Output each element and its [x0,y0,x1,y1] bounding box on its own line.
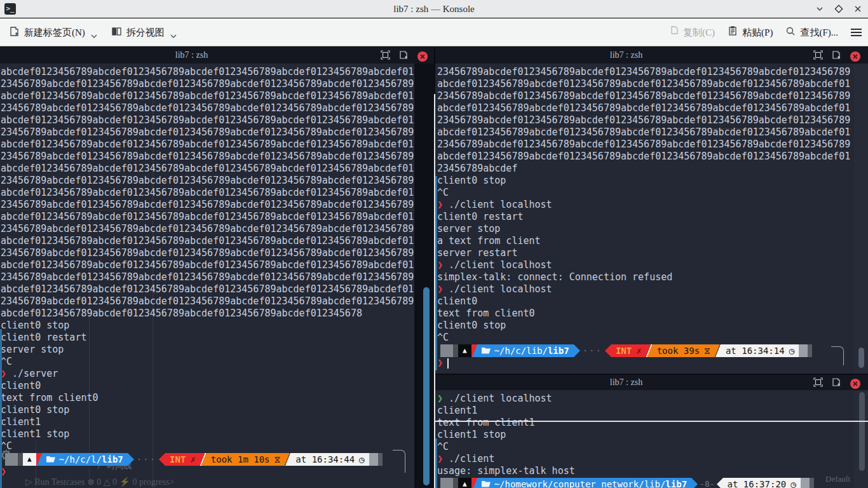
right-top-scrollbar[interactable] [858,348,864,368]
clock-icon: ◷ [359,453,364,466]
terminal-output[interactable]: 23456789abcdef0123456789abcdef0123456789… [437,66,853,344]
error-x-icon: ✗ [636,344,641,357]
terminal-line: ❯ ./client localhost [437,283,853,295]
find-label: 查找(F)... [800,27,838,39]
segment-separator [471,344,477,357]
terminal-line: abcdef0123456789abcdef0123456789abcdef01… [1,259,415,271]
time-segment: at 16:34:14◷ [721,344,799,357]
prompt-dots: ··· [134,453,159,466]
prompt-start-block [5,453,18,466]
minimize-button[interactable] [815,4,825,14]
scrollbar-track[interactable] [854,64,868,374]
maximize-button[interactable] [834,4,844,14]
bleed-text: -8- [698,478,716,488]
terminal-line: abcdef0123456789abcdef0123456789abcdef01… [1,211,415,223]
copy-icon [668,26,679,39]
expand-pane-icon[interactable] [381,50,390,62]
split-view-button[interactable]: 拆分视图 [111,24,177,41]
pane-title: lib7 : zsh [0,47,383,64]
prompt-char: ❯ [437,199,443,210]
cwd-segment: ~/homework/conputer_network/lib/lib7 [477,478,691,488]
paste-label: 粘贴(P) [742,27,773,39]
folder-icon [46,453,55,466]
clock-icon: ◷ [789,344,794,357]
powerline-prompt: ▲~/h/c/l/lib7···INT✗took 1m 10s⧖at 16:34… [5,453,383,466]
pane-header[interactable]: lib7 : zsh [435,47,868,64]
terminal-line: abcdef0123456789abcdef0123456789abcdef01… [1,283,415,295]
right-bottom-scrollbar[interactable] [859,392,865,471]
pane-title: lib7 : zsh [435,47,817,64]
close-button[interactable] [853,4,863,14]
cwd-segment: ~/h/c/l/lib7 [42,453,128,466]
terminal-line: ❯ ./client [437,453,853,465]
prompt-char: ❯ [437,259,443,271]
terminal-line: server stop [1,344,415,356]
segment-arrow [717,478,723,488]
terminal-line: abcdef0123456789abcdef0123456789abcdef01… [437,151,853,163]
terminal-pane-right-top[interactable]: lib7 : zsh 23456789abcdef0123456789abcde… [435,47,868,374]
prompt-end-block [799,344,808,357]
user-arrow-icon: ▲ [458,478,471,488]
shell-input-line[interactable]: ❯ [437,357,449,369]
segment-separator [200,453,207,466]
new-tab-pane-icon[interactable] [832,50,841,62]
paste-button[interactable]: 粘贴(P) [728,26,773,39]
left-pane-scrollbar[interactable] [423,287,430,485]
pane-splitter-vertical[interactable] [434,94,435,488]
terminal-pane-right-bottom[interactable]: lib7 : zsh ❯ ./client localhostclient1te… [435,375,868,488]
terminal-line: client1 stop [437,429,853,441]
pane-splitter-horizontal[interactable] [435,421,868,422]
copy-button[interactable]: 复制(C) [668,26,715,39]
new-tab-button[interactable]: 新建标签页(N) [9,24,97,41]
segment-separator [285,453,291,466]
new-tab-pane-icon[interactable] [399,50,409,62]
terminal-line: client0 stop [437,175,853,187]
pane-header[interactable]: lib7 : zsh [0,47,434,64]
terminal-output[interactable]: ❯ ./client localhostclient1text from cli… [437,393,853,477]
close-pane-icon[interactable] [850,51,860,62]
close-pane-icon[interactable] [417,51,428,62]
prompt-char: ❯ [437,453,443,464]
find-button[interactable]: 查找(F)... [785,26,838,39]
new-output-indicator [435,438,437,488]
prompt-start-block [440,478,453,488]
split-view-icon [111,26,122,39]
copy-label: 复制(C) [683,27,715,39]
terminal-line: abcdef0123456789abcdef0123456789abcdef01… [1,187,415,199]
terminal-line: client0 stop [1,320,415,332]
bleed-bracket [831,346,844,365]
terminal-line: abcdef0123456789abcdef0123456789abcdef01… [1,66,415,78]
terminal-line: client0 restart [1,332,415,344]
powerline-prompt: ▲~/h/c/lib/lib7···INT✗took 39s⧖at 16:34:… [440,344,812,357]
terminal-line: text from client1 [437,417,853,429]
time-segment: at 16:37:20◷ [723,478,801,488]
prompt-end-block [369,453,378,466]
new-tab-pane-icon[interactable] [832,377,841,390]
terminal-line: abcdef0123456789abcdef0123456789abcdef01… [1,139,415,151]
menu-button[interactable] [851,29,862,37]
terminal-line: 23456789abcdef0123456789abcdef0123456789… [1,78,415,90]
terminal-pane-left[interactable]: 〉 时间线 ▷ Run Testcases ⊗ 0 △ 0 ⚡ 0 progre… [0,47,434,488]
prompt-start-block [18,453,23,466]
hourglass-icon: ⧖ [275,453,281,466]
terminal-line: ❯ ./client localhost [437,259,853,271]
window-titlebar[interactable]: >_ lib7 : zsh — Konsole [0,0,868,18]
close-pane-icon[interactable] [850,379,860,389]
terminal-output[interactable]: abcdef0123456789abcdef0123456789abcdef01… [1,66,415,452]
split-view-dropdown-icon[interactable] [170,30,177,41]
new-tab-icon [9,26,20,39]
pane-header[interactable]: lib7 : zsh [435,375,868,390]
terminal-line: 23456789abcdef [437,163,853,175]
paste-icon [728,26,738,39]
new-tab-label: 新建标签页(N) [24,27,85,39]
prompt-end-block [378,453,383,466]
terminal-line: 23456789abcdef0123456789abcdef0123456789… [437,90,853,102]
terminal-line: client0 stop [1,404,415,416]
bleed-bracket [393,450,405,473]
expand-pane-icon[interactable] [813,50,823,62]
new-tab-dropdown-icon[interactable] [91,30,97,41]
user-arrow-icon: ▲ [458,344,471,357]
expand-pane-icon[interactable] [813,377,823,390]
new-output-indicator [0,329,2,488]
terminal-line: abcdef0123456789abcdef0123456789abcdef01… [1,308,415,320]
